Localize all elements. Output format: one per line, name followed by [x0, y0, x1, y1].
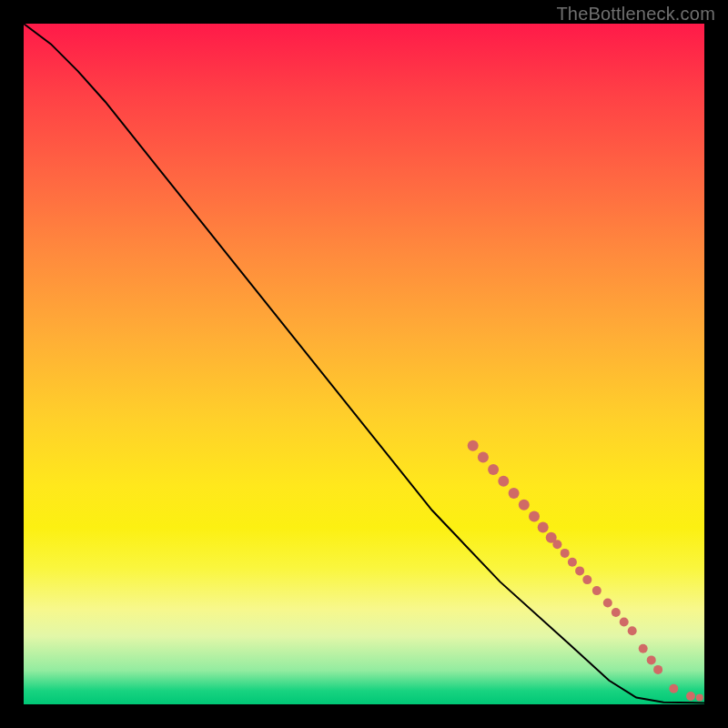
data-point: [612, 608, 621, 617]
data-point: [582, 575, 592, 584]
data-point: [519, 500, 530, 511]
data-point: [538, 522, 549, 533]
data-point: [488, 464, 499, 475]
chart-svg: [24, 24, 704, 704]
watermark-text: TheBottleneck.com: [556, 4, 715, 25]
data-point: [696, 694, 703, 702]
data-point: [561, 549, 570, 558]
chart-area: [24, 24, 704, 704]
data-point: [552, 540, 561, 549]
chart-markers: [468, 440, 703, 702]
data-point: [653, 665, 662, 674]
data-point: [669, 684, 678, 693]
data-point: [575, 566, 584, 575]
data-point: [639, 644, 648, 653]
data-point: [468, 440, 479, 451]
data-point: [592, 586, 602, 595]
data-point: [498, 476, 509, 487]
data-point: [647, 655, 656, 664]
chart-curve: [24, 24, 704, 703]
data-point: [529, 511, 540, 522]
data-point: [478, 452, 489, 463]
data-point: [628, 626, 637, 635]
data-point: [568, 558, 577, 567]
data-point: [603, 599, 612, 608]
data-point: [686, 692, 695, 701]
data-point: [620, 618, 629, 627]
data-point: [509, 488, 520, 499]
